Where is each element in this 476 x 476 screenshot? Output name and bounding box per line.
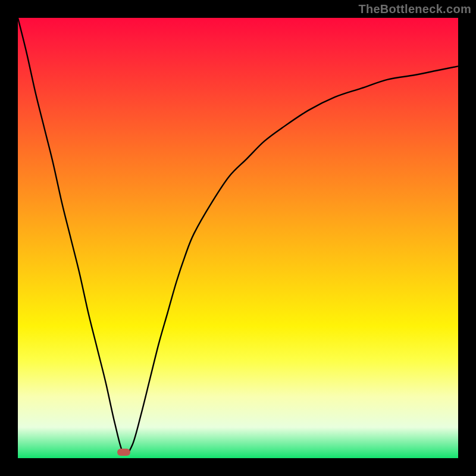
min-marker bbox=[117, 449, 130, 456]
curve-path bbox=[18, 18, 458, 455]
watermark-text: TheBottleneck.com bbox=[358, 2, 471, 16]
curve-svg bbox=[18, 18, 458, 458]
chart-container: TheBottleneck.com bbox=[0, 0, 476, 476]
plot-area bbox=[18, 18, 458, 458]
